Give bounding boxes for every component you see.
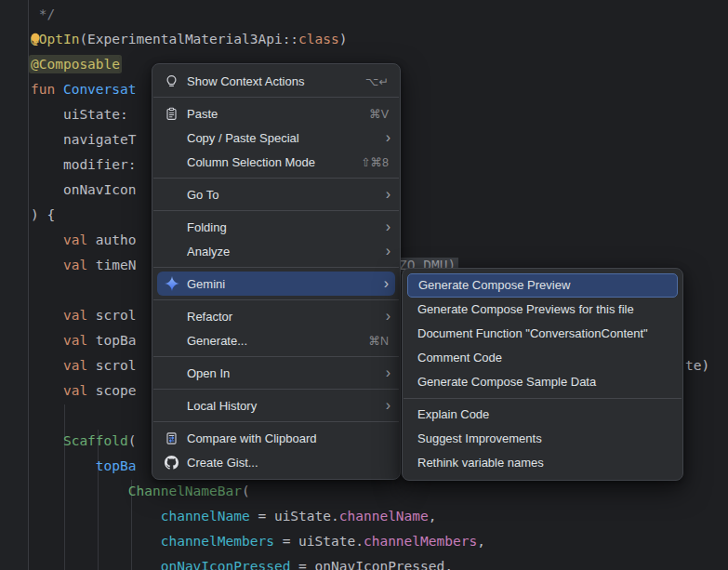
code-line: fun Conversat xyxy=(31,77,137,102)
code-line: onNavIcon xyxy=(31,178,137,203)
submenu-chevron-icon: › xyxy=(386,309,390,324)
code-line: topBa xyxy=(31,454,137,479)
menu-separator xyxy=(153,97,399,98)
menu-item-copy-paste-special[interactable]: Copy / Paste Special › xyxy=(152,126,400,150)
editor-gutter xyxy=(0,0,29,570)
menu-item-label: Generate... xyxy=(187,334,361,348)
submenu-item-suggest-improvements[interactable]: Suggest Improvements xyxy=(403,427,682,451)
menu-separator xyxy=(404,398,682,399)
menu-item-label: Column Selection Mode xyxy=(187,155,353,169)
menu-separator xyxy=(153,210,399,211)
code-line: navigateT xyxy=(31,127,137,152)
code-line: channelMembers = uiState.channelMembers, xyxy=(31,529,485,554)
menu-item-paste[interactable]: Paste ⌘V xyxy=(152,101,400,126)
code-line: ChannelNameBar( xyxy=(31,479,250,504)
submenu-item-comment-code[interactable]: Comment Code xyxy=(403,346,682,370)
menu-separator xyxy=(153,178,399,179)
gemini-sparkle-icon xyxy=(164,276,179,291)
menu-item-label: Open In xyxy=(187,366,378,380)
highlighted-symbol: @Composable xyxy=(31,57,120,72)
menu-shortcut: ⌥↵ xyxy=(365,74,389,88)
menu-shortcut: ⇧⌘8 xyxy=(361,155,389,169)
submenu-item-document-function[interactable]: Document Function "ConversationContent" xyxy=(403,322,682,346)
submenu-item-generate-compose-sample-data[interactable]: Generate Compose Sample Data xyxy=(403,370,682,394)
menu-separator xyxy=(153,356,399,357)
menu-item-label: Folding xyxy=(187,220,378,234)
intention-bulb-icon[interactable] xyxy=(28,32,43,46)
menu-item-create-gist[interactable]: Create Gist... xyxy=(152,450,400,474)
compare-clipboard-icon xyxy=(164,431,179,445)
lightbulb-icon xyxy=(164,73,179,88)
submenu-chevron-icon: › xyxy=(386,365,390,380)
menu-item-label: Analyze xyxy=(187,245,378,258)
code-line: uiState: xyxy=(31,102,128,127)
submenu-item-rethink-variable-names[interactable]: Rethink variable names xyxy=(403,451,682,475)
menu-item-label: Copy / Paste Special xyxy=(187,131,378,145)
menu-item-open-in[interactable]: Open In › xyxy=(152,361,400,385)
menu-separator xyxy=(153,389,399,390)
menu-separator xyxy=(153,421,399,422)
menu-item-column-selection-mode[interactable]: Column Selection Mode ⇧⌘8 xyxy=(152,150,400,174)
submenu-chevron-icon: › xyxy=(386,219,390,234)
menu-item-label: Refactor xyxy=(187,310,378,324)
code-line: @Composable xyxy=(31,52,120,77)
code-line: channelName = uiState.channelName, xyxy=(31,504,437,529)
menu-shortcut: ⌘N xyxy=(368,334,389,348)
code-line: ) { xyxy=(31,203,55,228)
menu-shortcut: ⌘V xyxy=(369,107,389,121)
code-line: val timeN xyxy=(31,253,137,278)
clipboard-icon xyxy=(164,106,179,121)
menu-item-gemini[interactable]: Gemini › xyxy=(157,272,395,296)
menu-item-show-context-actions[interactable]: Show Context Actions ⌥↵ xyxy=(152,69,400,93)
editor-context-menu: Show Context Actions ⌥↵ Paste ⌘V Copy / … xyxy=(152,63,401,480)
submenu-chevron-icon: › xyxy=(384,276,389,291)
menu-item-generate[interactable]: Generate... ⌘N xyxy=(152,328,400,352)
submenu-chevron-icon: › xyxy=(386,398,390,413)
menu-item-compare-with-clipboard[interactable]: Compare with Clipboard xyxy=(152,426,400,450)
github-icon xyxy=(164,455,179,470)
menu-item-analyze[interactable]: Analyze › xyxy=(152,239,400,263)
menu-item-folding[interactable]: Folding › xyxy=(152,215,400,239)
code-line: val scrol xyxy=(31,353,137,378)
submenu-chevron-icon: › xyxy=(386,187,390,202)
code-line: val scrol xyxy=(31,303,137,328)
ide-editor-screen: */ @OptIn(ExperimentalMaterial3Api::clas… xyxy=(0,0,728,570)
gemini-submenu: Generate Compose Preview Generate Compos… xyxy=(402,268,683,481)
submenu-chevron-icon: › xyxy=(386,244,390,258)
submenu-item-generate-compose-previews-file[interactable]: Generate Compose Previews for this file xyxy=(403,298,682,322)
menu-separator xyxy=(153,267,399,268)
code-line: val topBa xyxy=(31,328,137,353)
code-line: onNavIconPressed = onNavIconPressed, xyxy=(31,554,453,570)
menu-item-label: Paste xyxy=(187,107,362,121)
code-line: */ xyxy=(31,2,55,27)
code-line: val scope xyxy=(31,378,137,404)
menu-separator xyxy=(153,299,399,300)
menu-item-label: Local History xyxy=(187,399,378,413)
menu-item-label: Go To xyxy=(187,188,378,202)
submenu-item-explain-code[interactable]: Explain Code xyxy=(403,403,682,427)
code-fragment: te) xyxy=(685,353,709,378)
menu-item-go-to[interactable]: Go To › xyxy=(152,182,400,206)
menu-item-label: Gemini xyxy=(187,277,377,291)
code-line: @OptIn(ExperimentalMaterial3Api::class) xyxy=(31,27,347,52)
submenu-chevron-icon: › xyxy=(386,130,390,145)
menu-item-label: Show Context Actions xyxy=(187,74,358,88)
menu-item-label: Create Gist... xyxy=(187,456,389,470)
code-line: val autho xyxy=(31,228,137,253)
code-line: modifier: xyxy=(31,152,137,178)
menu-item-label: Compare with Clipboard xyxy=(187,431,389,445)
code-line: Scaffold( xyxy=(31,429,137,454)
submenu-item-generate-compose-preview[interactable]: Generate Compose Preview xyxy=(407,273,678,298)
menu-item-local-history[interactable]: Local History › xyxy=(152,393,400,418)
menu-item-refactor[interactable]: Refactor › xyxy=(152,304,400,328)
